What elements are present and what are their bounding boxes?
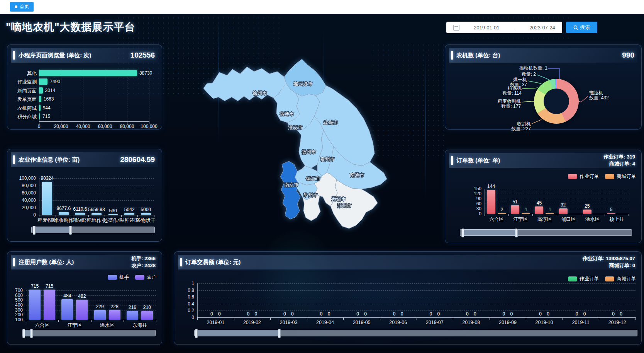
chart-legend: 作业订单商城订单	[568, 173, 636, 180]
datazoom-slider[interactable]	[31, 227, 155, 233]
datazoom-selected-range[interactable]	[196, 330, 280, 336]
panel-header: 农机数 (单位: 台) 990	[449, 48, 637, 63]
datazoom-selected-range[interactable]	[462, 229, 517, 236]
legend-item[interactable]: 作业订单	[568, 173, 599, 180]
bar	[124, 213, 134, 215]
legend-item[interactable]: 作业订单	[568, 276, 599, 282]
bar	[498, 213, 506, 214]
bar	[141, 213, 151, 215]
jiangsu-province-map: 徐州市连云港市宿迁市淮安市盐城市扬州市泰州市南通市南京市镇江市常州市无锡市苏州市	[166, 37, 444, 246]
gridline	[485, 194, 629, 194]
gridline	[197, 297, 636, 297]
date-separator: -	[514, 25, 515, 31]
bar-value-label: 0	[610, 311, 633, 317]
legend-item[interactable]: 商城订单	[605, 173, 636, 180]
gridline	[105, 69, 105, 121]
y-tick-label: 0	[173, 315, 194, 320]
donut-slice-label: 烘干机数量: 37	[510, 77, 527, 87]
x-category-label: 2019-05	[343, 320, 380, 325]
panel-title: 注册用户数 (单位: 人)	[19, 259, 74, 266]
bar-value-label: 715	[42, 114, 50, 119]
donut-slice-label: 数量: 2	[522, 72, 536, 77]
datazoom-handle-right[interactable]	[30, 329, 33, 338]
x-category-label: 浦口区	[557, 216, 581, 223]
map-city-label: 扬州市	[302, 149, 316, 155]
tab-home[interactable]: 首页	[10, 2, 34, 12]
y-axis	[197, 283, 198, 317]
bar-value-label: 482	[70, 293, 93, 299]
x-category-label: 高淳区	[532, 216, 556, 223]
legend-item[interactable]: 农户	[135, 274, 156, 281]
bar-value-label: 5000	[134, 207, 158, 212]
panel-orders: 订单数 (单位: 单) 作业订单: 319 商城订单: 4 1501209060…	[445, 150, 642, 243]
legend-label: 作业订单	[580, 276, 599, 282]
legend-swatch	[568, 276, 577, 281]
header-accent-bar	[13, 155, 15, 164]
map-city-label: 苏州市	[337, 203, 352, 208]
start-date-input[interactable]: 2019-01-01	[474, 25, 500, 31]
bar-value-label: 144	[480, 184, 503, 189]
date-range-picker[interactable]: 2019-01-01 - 2023-07-24	[446, 22, 562, 33]
bar	[76, 300, 88, 320]
y-tick-label: 0.6	[173, 294, 194, 300]
bar	[522, 213, 530, 214]
end-date-input[interactable]: 2023-07-24	[529, 25, 555, 31]
y-category-label: 农机商城	[14, 105, 37, 112]
bar	[127, 311, 138, 320]
x-category-label: 2019-11	[563, 320, 599, 325]
donut-slice-label: 插秧机数量: 1	[519, 66, 547, 71]
datazoom-handle-right[interactable]	[69, 226, 72, 235]
bar-value-label: 715	[38, 283, 61, 289]
datazoom-slider[interactable]	[194, 330, 637, 336]
x-category-label: 统防统治	[72, 217, 88, 224]
bar	[61, 299, 73, 320]
datazoom-selected-range[interactable]	[34, 227, 71, 233]
legend-item[interactable]: 机手	[108, 274, 129, 281]
panel-title: 农业作业信息 (单位: 亩)	[19, 156, 80, 164]
x-category-label: 2019-03	[270, 320, 307, 325]
x-tick-label: 20,000	[49, 124, 73, 129]
bar	[94, 310, 106, 320]
x-category-label: 颍上县	[605, 216, 629, 223]
datazoom-slider[interactable]	[22, 330, 156, 336]
bar	[39, 70, 137, 76]
datazoom-handle-right[interactable]	[515, 229, 518, 237]
datazoom-handle-left[interactable]	[461, 229, 464, 237]
panel-stats: 作业订单: 13935875.07 商城订单: 0	[583, 255, 637, 269]
y-tick-label: 120	[461, 191, 481, 196]
search-button[interactable]: 搜索	[566, 22, 597, 33]
y-axis	[26, 290, 26, 320]
legend-label: 机手	[119, 274, 129, 281]
panel-title: 农机数 (单位: 台)	[456, 52, 500, 59]
y-tick-label: 30	[461, 206, 481, 211]
legend-swatch	[135, 275, 144, 280]
bar-value-label: 5	[600, 207, 623, 212]
panel-registered-users: 注册用户数 (单位: 人) 机手: 2366 农户: 2428 70060050…	[7, 251, 162, 345]
stat-mall-amount: 商城订单: 0	[609, 263, 635, 268]
bar-value-label: 0	[244, 311, 268, 317]
stat-drivers: 机手: 2366	[131, 256, 156, 261]
chart-legend: 作业订单商城订单	[568, 276, 636, 282]
bar-value-label: 0	[463, 311, 486, 317]
gridline	[39, 193, 154, 193]
datazoom-handle-right[interactable]	[278, 329, 281, 338]
datazoom-handle-left[interactable]	[33, 226, 36, 235]
map-city-label: 连云港市	[293, 81, 313, 87]
x-axis	[39, 121, 149, 122]
datazoom-slider[interactable]	[460, 229, 632, 236]
bar-value-label: 7490	[50, 79, 60, 84]
y-tick-label: 0	[461, 211, 481, 217]
y-tick-label: 100,000	[15, 176, 36, 181]
bar	[109, 310, 120, 320]
legend-item[interactable]: 商城订单	[605, 276, 636, 282]
datazoom-handle-left[interactable]	[195, 329, 198, 338]
map-region[interactable]	[203, 67, 286, 101]
bar	[39, 113, 40, 119]
x-category-label: 江宁区	[58, 322, 91, 329]
datazoom-handle-left[interactable]	[22, 329, 25, 338]
gridline	[197, 290, 636, 291]
y-tick-label: 60,000	[15, 190, 36, 196]
y-tick-label: 100	[2, 317, 23, 322]
map-region[interactable]	[280, 161, 300, 219]
panel-header: 小程序页面浏览量 (单位: 次) 102556	[11, 48, 158, 63]
